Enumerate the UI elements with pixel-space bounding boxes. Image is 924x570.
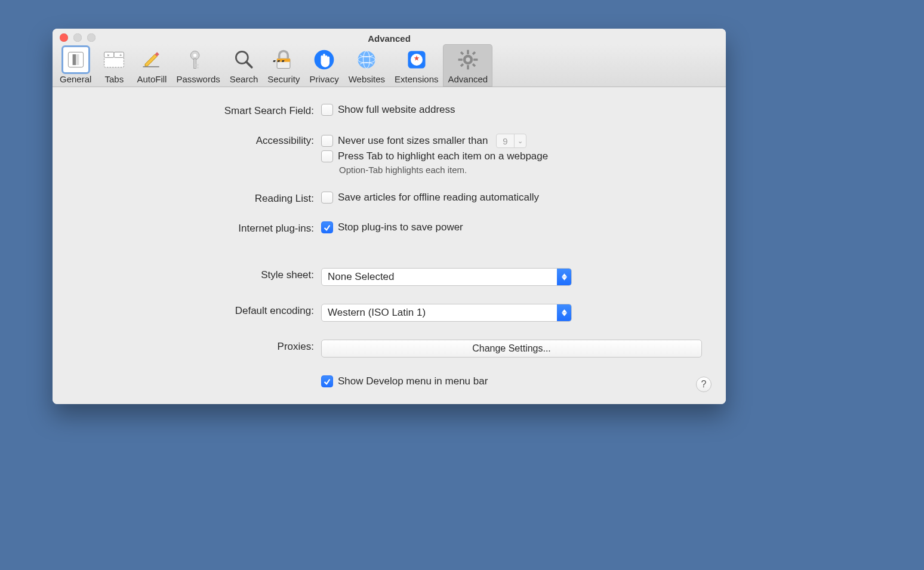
svg-marker-8 (145, 54, 157, 66)
svg-point-12 (193, 54, 196, 57)
tab-label: AutoFill (137, 74, 167, 84)
proxies-label: Proxies: (76, 340, 321, 353)
svg-point-40 (466, 57, 470, 61)
titlebar: Advanced (53, 29, 726, 44)
tab-websites[interactable]: Websites (344, 44, 390, 87)
reading-list-label: Reading List: (76, 192, 321, 205)
tab-label: Privacy (309, 74, 338, 84)
svg-marker-41 (562, 273, 567, 276)
stop-plugins-label: Stop plug-ins to save power (338, 221, 463, 233)
minimize-window-button[interactable] (73, 33, 82, 42)
svg-rect-36 (460, 51, 464, 55)
pencil-icon (138, 47, 165, 73)
min-font-size-stepper: 9 ⌄ (496, 134, 526, 148)
smart-search-label: Smart Search Field: (76, 104, 321, 117)
change-settings-label: Change Settings... (472, 343, 551, 354)
globe-icon (353, 47, 380, 73)
save-offline-checkbox[interactable] (321, 192, 333, 204)
svg-line-17 (246, 62, 251, 67)
svg-rect-39 (460, 63, 464, 67)
svg-rect-13 (194, 58, 196, 68)
min-font-size-label: Never use font sizes smaller than (338, 135, 488, 147)
svg-marker-44 (562, 313, 567, 316)
svg-text:+: + (119, 53, 122, 58)
tab-label: Passwords (176, 74, 220, 84)
tab-label: Search (230, 74, 258, 84)
show-develop-menu-label: Show Develop menu in menu bar (338, 375, 488, 387)
lock-icon (270, 47, 297, 73)
svg-rect-37 (472, 63, 476, 67)
tab-highlight-label: Press Tab to highlight each item on a we… (338, 150, 548, 162)
show-full-address-label: Show full website address (338, 104, 455, 116)
tab-label: Extensions (395, 74, 438, 84)
preferences-toolbar: General ×+ Tabs AutoFill Passwords (53, 44, 726, 87)
tab-label: Tabs (105, 74, 124, 84)
help-button[interactable]: ? (696, 377, 712, 392)
tab-highlight-checkbox[interactable] (321, 150, 333, 162)
tab-search[interactable]: Search (225, 44, 263, 87)
svg-point-25 (358, 51, 375, 68)
svg-rect-3 (104, 57, 124, 67)
window-controls (60, 33, 96, 42)
svg-rect-2 (76, 54, 79, 65)
chevron-down-icon: ⌄ (514, 134, 526, 147)
tab-tabs[interactable]: ×+ Tabs (96, 44, 132, 87)
tabs-icon: ×+ (101, 47, 127, 73)
svg-rect-15 (196, 67, 199, 69)
hand-icon (311, 47, 337, 73)
default-encoding-value: Western (ISO Latin 1) (322, 304, 557, 321)
svg-marker-43 (562, 309, 567, 312)
tab-label: Advanced (448, 74, 488, 84)
change-settings-button[interactable]: Change Settings... (321, 340, 702, 358)
preferences-window: Advanced General ×+ Tabs AutoFill (53, 29, 726, 404)
zoom-window-button[interactable] (87, 33, 96, 42)
tab-privacy[interactable]: Privacy (304, 44, 343, 87)
style-sheet-select[interactable]: None Selected (321, 268, 572, 286)
save-offline-label: Save articles for offline reading automa… (338, 192, 539, 204)
tab-advanced[interactable]: Advanced (443, 44, 492, 87)
style-sheet-value: None Selected (322, 269, 557, 285)
style-sheet-label: Style sheet: (76, 268, 321, 281)
plugins-label: Internet plug-ins: (76, 221, 321, 235)
key-icon (185, 47, 211, 73)
tab-autofill[interactable]: AutoFill (132, 44, 171, 87)
tab-general[interactable]: General (55, 44, 96, 87)
svg-rect-33 (467, 65, 469, 69)
show-develop-menu-checkbox[interactable] (321, 375, 333, 387)
show-full-address-checkbox[interactable] (321, 104, 333, 116)
svg-marker-42 (562, 277, 567, 280)
svg-rect-5 (114, 52, 124, 57)
accessibility-label: Accessibility: (76, 134, 321, 147)
svg-rect-10 (143, 66, 159, 67)
accessibility-hint: Option-Tab highlights each item. (339, 165, 702, 175)
tab-passwords[interactable]: Passwords (171, 44, 224, 87)
search-icon (231, 47, 257, 73)
svg-text:×: × (107, 53, 110, 58)
updown-arrows-icon (557, 304, 571, 321)
svg-rect-1 (72, 54, 75, 65)
min-font-size-value: 9 (497, 134, 513, 147)
advanced-pane: Smart Search Field: Show full website ad… (53, 87, 726, 404)
svg-rect-14 (196, 64, 199, 66)
help-label: ? (701, 379, 707, 390)
extensions-icon (404, 47, 430, 73)
tab-label: Security (267, 74, 300, 84)
tab-label: General (60, 74, 91, 84)
min-font-size-checkbox[interactable] (321, 135, 333, 147)
svg-rect-38 (472, 51, 476, 55)
window-title: Advanced (368, 33, 411, 44)
tab-security[interactable]: Security (263, 44, 304, 87)
svg-rect-21 (273, 60, 276, 62)
svg-rect-34 (458, 58, 462, 61)
updown-arrows-icon (557, 269, 571, 285)
tab-extensions[interactable]: Extensions (390, 44, 443, 87)
close-window-button[interactable] (60, 33, 68, 42)
default-encoding-label: Default encoding: (76, 304, 321, 317)
switch-icon (63, 47, 89, 73)
svg-rect-35 (473, 58, 478, 61)
default-encoding-select[interactable]: Western (ISO Latin 1) (321, 304, 572, 322)
stop-plugins-checkbox[interactable] (321, 221, 333, 233)
tab-label: Websites (349, 74, 385, 84)
gear-icon (455, 47, 481, 73)
svg-rect-32 (467, 50, 469, 54)
